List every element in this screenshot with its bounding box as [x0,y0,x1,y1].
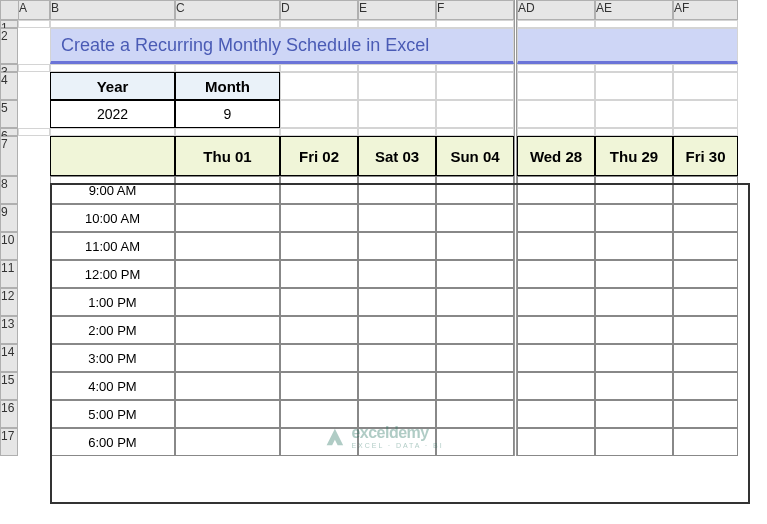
schedule-cell[interactable] [280,204,358,232]
cell[interactable] [18,344,50,372]
schedule-cell[interactable] [358,204,436,232]
schedule-cell[interactable] [175,428,280,456]
schedule-cell[interactable] [358,344,436,372]
cell[interactable] [18,428,50,456]
cell[interactable] [18,128,50,136]
row-header-3[interactable]: 3 [0,64,18,72]
schedule-cell[interactable] [175,204,280,232]
cell[interactable] [517,100,595,128]
schedule-cell[interactable] [436,372,514,400]
month-value[interactable]: 9 [175,100,280,128]
col-header-A[interactable]: A [18,0,50,20]
row-header-2[interactable]: 2 [0,28,18,64]
schedule-cell[interactable] [358,260,436,288]
cell[interactable] [595,20,673,28]
cell[interactable] [18,400,50,428]
schedule-cell[interactable] [358,316,436,344]
col-header-AF[interactable]: AF [673,0,738,20]
row-header-6[interactable]: 6 [0,128,18,136]
schedule-cell[interactable] [595,232,673,260]
cell[interactable] [280,72,358,100]
cell[interactable] [436,20,514,28]
schedule-cell[interactable] [175,232,280,260]
schedule-cell[interactable] [595,260,673,288]
time-cell[interactable]: 9:00 AM [50,176,175,204]
time-cell[interactable]: 4:00 PM [50,372,175,400]
col-header-D[interactable]: D [280,0,358,20]
col-header-C[interactable]: C [175,0,280,20]
cell[interactable] [18,288,50,316]
time-cell[interactable]: 6:00 PM [50,428,175,456]
time-cell[interactable]: 1:00 PM [50,288,175,316]
schedule-cell[interactable] [517,176,595,204]
cell[interactable] [18,72,50,100]
cell[interactable] [280,100,358,128]
row-header-13[interactable]: 13 [0,316,18,344]
schedule-cell[interactable] [436,428,514,456]
row-header-11[interactable]: 11 [0,260,18,288]
cell[interactable] [436,128,514,136]
schedule-cell[interactable] [673,260,738,288]
schedule-cell[interactable] [175,288,280,316]
schedule-cell[interactable] [436,232,514,260]
cell[interactable] [673,20,738,28]
cell[interactable] [517,128,595,136]
schedule-cell[interactable] [358,176,436,204]
schedule-cell[interactable] [280,288,358,316]
schedule-cell[interactable] [175,372,280,400]
col-header-E[interactable]: E [358,0,436,20]
schedule-cell[interactable] [280,344,358,372]
schedule-cell[interactable] [436,176,514,204]
cell[interactable] [50,20,175,28]
schedule-cell[interactable] [673,372,738,400]
cell[interactable] [18,100,50,128]
schedule-cell[interactable] [595,344,673,372]
cell[interactable] [595,100,673,128]
cell[interactable] [436,72,514,100]
schedule-cell[interactable] [358,232,436,260]
cell[interactable] [18,64,50,72]
schedule-cell[interactable] [673,232,738,260]
col-header-AD[interactable]: AD [517,0,595,20]
row-header-9[interactable]: 9 [0,204,18,232]
col-header-B[interactable]: B [50,0,175,20]
schedule-cell[interactable] [280,176,358,204]
schedule-cell[interactable] [673,344,738,372]
schedule-cell[interactable] [595,204,673,232]
cell[interactable] [517,72,595,100]
cell[interactable] [175,20,280,28]
cell[interactable] [595,72,673,100]
schedule-cell[interactable] [517,428,595,456]
cell[interactable] [358,20,436,28]
cell[interactable] [436,100,514,128]
cell[interactable] [280,20,358,28]
row-header-12[interactable]: 12 [0,288,18,316]
cell[interactable] [18,232,50,260]
cell[interactable] [18,316,50,344]
cell[interactable] [175,128,280,136]
schedule-cell[interactable] [517,372,595,400]
time-cell[interactable]: 3:00 PM [50,344,175,372]
schedule-cell[interactable] [673,428,738,456]
schedule-cell[interactable] [436,260,514,288]
row-header-10[interactable]: 10 [0,232,18,260]
schedule-cell[interactable] [436,344,514,372]
schedule-cell[interactable] [673,176,738,204]
schedule-cell[interactable] [673,400,738,428]
time-cell[interactable]: 11:00 AM [50,232,175,260]
schedule-cell[interactable] [517,232,595,260]
cell[interactable] [175,64,280,72]
cell[interactable] [517,20,595,28]
time-cell[interactable]: 2:00 PM [50,316,175,344]
schedule-cell[interactable] [517,204,595,232]
row-header-7[interactable]: 7 [0,136,18,176]
cell[interactable] [358,128,436,136]
cell[interactable] [18,260,50,288]
cell[interactable] [280,128,358,136]
schedule-cell[interactable] [517,288,595,316]
schedule-cell[interactable] [595,316,673,344]
schedule-cell[interactable] [175,316,280,344]
cell[interactable] [595,128,673,136]
cell[interactable] [18,136,50,176]
schedule-cell[interactable] [358,288,436,316]
